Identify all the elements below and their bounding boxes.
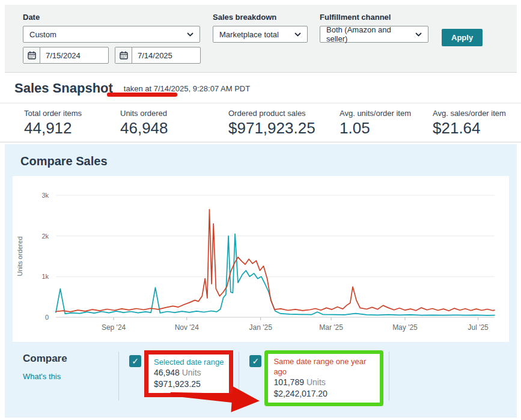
apply-button[interactable]: Apply: [442, 29, 483, 46]
svg-text:Nov '24: Nov '24: [175, 323, 200, 332]
fulfillment-group: Fulfillment channel Both (Amazon and sel…: [320, 13, 428, 43]
end-date-value: 7/14/2025: [132, 47, 172, 63]
legend-item-year-ago: ✓ Same date range one year ago 101,789 U…: [245, 350, 383, 406]
sales-comparison-chart: 01k2k3kSep '24Nov '24Jan '25Mar '25May '…: [13, 176, 509, 342]
calendar-icon[interactable]: [115, 47, 132, 63]
whats-this-link[interactable]: What's this: [23, 372, 61, 381]
date-preset-value: Custom: [29, 30, 56, 39]
svg-text:2k: 2k: [41, 233, 49, 240]
svg-text:3k: 3k: [41, 192, 49, 199]
compare-title: Compare: [23, 353, 114, 365]
sales-breakdown-label: Sales breakdown: [213, 13, 308, 22]
green-annotation-box: Same date range one year ago 101,789 Uni…: [264, 350, 383, 406]
fulfillment-label: Fulfillment channel: [320, 13, 428, 22]
line-chart: 01k2k3kSep '24Nov '24Jan '25Mar '25May '…: [13, 180, 508, 341]
start-date-value: 7/15/2024: [40, 47, 81, 63]
calendar-icon[interactable]: [23, 47, 40, 63]
red-underline-annotation: [107, 93, 177, 97]
year-ago-checkbox[interactable]: ✓: [249, 355, 261, 367]
chevron-down-icon: [294, 32, 301, 37]
compare-column: Compare What's this: [23, 350, 114, 382]
stat-avg-units-order: Avg. units/order item 1.05: [340, 109, 433, 142]
end-date-input[interactable]: 7/14/2025: [115, 47, 201, 64]
svg-text:1k: 1k: [41, 273, 49, 280]
svg-text:0: 0: [45, 314, 49, 321]
legend-label: Selected date range: [154, 357, 224, 367]
svg-text:Jul '25: Jul '25: [468, 323, 489, 332]
sales-breakdown-select[interactable]: Marketplace total: [213, 26, 308, 43]
page-title: Sales Snapshot: [14, 81, 113, 96]
stat-units-ordered: Units ordered 46,948: [120, 109, 228, 142]
chevron-down-icon: [415, 32, 422, 37]
svg-text:Units ordered: Units ordered: [16, 236, 23, 276]
svg-text:Sep '24: Sep '24: [102, 323, 126, 332]
chevron-down-icon: [187, 32, 193, 37]
fulfillment-select[interactable]: Both (Amazon and seller): [320, 26, 428, 43]
compare-sales-title: Compare Sales: [5, 144, 517, 176]
stat-ordered-product-sales: Ordered product sales $971,923.25: [228, 109, 340, 142]
filter-panel: Date Custom 7/15/2024 7/14/2025: [5, 5, 517, 73]
svg-text:May '25: May '25: [392, 323, 418, 332]
sales-breakdown-value: Marketplace total: [219, 30, 279, 39]
snapshot-header: Sales Snapshot taken at 7/14/2025, 9:28:…: [0, 73, 521, 103]
compare-sales-section: Compare Sales 01k2k3kSep '24Nov '24Jan '…: [5, 144, 517, 418]
legend-sales: $2,242,017.20: [273, 388, 374, 400]
stat-avg-sales-order: Avg. sales/order item $21.64: [433, 109, 506, 142]
date-preset-select[interactable]: Custom: [23, 26, 200, 43]
stat-total-order-items: Total order items 44,912: [24, 109, 120, 142]
stats-row: Total order items 44,912 Units ordered 4…: [0, 104, 521, 142]
svg-text:Jan '25: Jan '25: [249, 323, 273, 332]
legend-units: 101,789 Units: [273, 377, 374, 388]
svg-text:Mar '25: Mar '25: [319, 323, 343, 332]
divider: [118, 352, 119, 401]
selected-range-checkbox[interactable]: ✓: [129, 355, 141, 367]
legend-label: Same date range one year ago: [273, 356, 374, 377]
start-date-input[interactable]: 7/15/2024: [23, 47, 109, 64]
sales-breakdown-group: Sales breakdown Marketplace total: [213, 13, 308, 43]
date-filter-group: Date Custom 7/15/2024 7/14/2025: [23, 13, 201, 64]
date-range-inputs: 7/15/2024 7/14/2025: [23, 47, 201, 64]
snapshot-timestamp: taken at 7/14/2025, 9:28:07 AM PDT: [124, 84, 250, 93]
fulfillment-value: Both (Amazon and seller): [326, 25, 410, 43]
legend-units: 46,948 Units: [154, 367, 224, 379]
sales-dashboard-page: Date Custom 7/15/2024 7/14/2025: [0, 0, 521, 420]
compare-legend-row: Compare What's this ✓ Selected date rang…: [5, 342, 517, 406]
divider: [389, 352, 389, 401]
date-filter-label: Date: [23, 13, 201, 22]
